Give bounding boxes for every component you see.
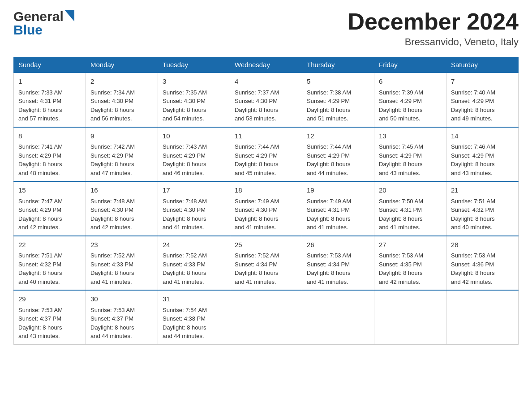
day-number: 28 xyxy=(451,240,514,250)
day-cell: 20Sunrise: 7:50 AMSunset: 4:31 PMDayligh… xyxy=(374,181,446,236)
day-number: 12 xyxy=(307,131,369,141)
week-row-1: 1Sunrise: 7:33 AMSunset: 4:31 PMDaylight… xyxy=(14,73,519,127)
day-number: 24 xyxy=(163,240,225,250)
day-cell: 13Sunrise: 7:45 AMSunset: 4:29 PMDayligh… xyxy=(374,127,446,182)
day-cell: 8Sunrise: 7:41 AMSunset: 4:29 PMDaylight… xyxy=(14,127,86,182)
day-number: 29 xyxy=(18,294,81,304)
day-cell xyxy=(302,290,374,344)
day-number: 15 xyxy=(18,185,81,196)
day-number: 20 xyxy=(379,185,442,196)
day-header-monday: Monday xyxy=(86,57,158,73)
day-cell: 25Sunrise: 7:52 AMSunset: 4:34 PMDayligh… xyxy=(230,236,302,291)
day-cell xyxy=(230,290,302,344)
svg-marker-0 xyxy=(64,10,74,21)
logo-arrow-icon xyxy=(64,10,74,23)
week-row-3: 15Sunrise: 7:47 AMSunset: 4:29 PMDayligh… xyxy=(14,181,519,236)
day-cell: 19Sunrise: 7:49 AMSunset: 4:31 PMDayligh… xyxy=(302,181,374,236)
day-cell: 24Sunrise: 7:52 AMSunset: 4:33 PMDayligh… xyxy=(158,236,230,291)
day-cell: 16Sunrise: 7:48 AMSunset: 4:30 PMDayligh… xyxy=(86,181,158,236)
header-row: SundayMondayTuesdayWednesdayThursdayFrid… xyxy=(14,57,519,73)
day-number: 11 xyxy=(235,131,297,141)
day-header-saturday: Saturday xyxy=(446,57,519,73)
day-header-wednesday: Wednesday xyxy=(230,57,302,73)
day-number: 14 xyxy=(451,131,514,141)
day-cell: 29Sunrise: 7:53 AMSunset: 4:37 PMDayligh… xyxy=(14,290,86,344)
day-number: 26 xyxy=(307,240,369,250)
day-cell: 6Sunrise: 7:39 AMSunset: 4:29 PMDaylight… xyxy=(374,73,446,127)
day-cell: 5Sunrise: 7:38 AMSunset: 4:29 PMDaylight… xyxy=(302,73,374,127)
day-cell: 21Sunrise: 7:51 AMSunset: 4:32 PMDayligh… xyxy=(446,181,519,236)
day-number: 6 xyxy=(379,77,442,87)
location-title: Bressanvido, Veneto, Italy xyxy=(348,36,519,48)
page-header: General Blue December 2024 Bressanvido, … xyxy=(13,9,519,48)
day-cell: 15Sunrise: 7:47 AMSunset: 4:29 PMDayligh… xyxy=(14,181,86,236)
day-header-thursday: Thursday xyxy=(302,57,374,73)
day-number: 22 xyxy=(18,240,81,250)
day-cell: 4Sunrise: 7:37 AMSunset: 4:30 PMDaylight… xyxy=(230,73,302,127)
logo-blue-text: Blue xyxy=(13,22,43,38)
day-number: 9 xyxy=(90,131,153,141)
title-block: December 2024 Bressanvido, Veneto, Italy xyxy=(348,9,519,48)
day-number: 7 xyxy=(451,77,514,87)
day-number: 25 xyxy=(235,240,297,250)
day-number: 16 xyxy=(90,185,153,196)
calendar-table: SundayMondayTuesdayWednesdayThursdayFrid… xyxy=(13,57,519,345)
month-title: December 2024 xyxy=(348,9,519,34)
day-cell: 14Sunrise: 7:46 AMSunset: 4:29 PMDayligh… xyxy=(446,127,519,182)
day-number: 1 xyxy=(18,77,81,87)
day-number: 19 xyxy=(307,185,369,196)
day-cell: 22Sunrise: 7:51 AMSunset: 4:32 PMDayligh… xyxy=(14,236,86,291)
day-number: 17 xyxy=(163,185,225,196)
day-cell xyxy=(374,290,446,344)
day-number: 4 xyxy=(235,77,297,87)
day-cell: 30Sunrise: 7:53 AMSunset: 4:37 PMDayligh… xyxy=(86,290,158,344)
day-header-friday: Friday xyxy=(374,57,446,73)
day-number: 21 xyxy=(451,185,514,196)
day-number: 18 xyxy=(235,185,297,196)
day-number: 2 xyxy=(90,77,153,87)
day-cell: 7Sunrise: 7:40 AMSunset: 4:29 PMDaylight… xyxy=(446,73,519,127)
day-cell: 31Sunrise: 7:54 AMSunset: 4:38 PMDayligh… xyxy=(158,290,230,344)
week-row-5: 29Sunrise: 7:53 AMSunset: 4:37 PMDayligh… xyxy=(14,290,519,344)
logo: General Blue xyxy=(13,9,75,38)
day-number: 30 xyxy=(90,294,153,304)
day-cell: 9Sunrise: 7:42 AMSunset: 4:29 PMDaylight… xyxy=(86,127,158,182)
day-cell: 3Sunrise: 7:35 AMSunset: 4:30 PMDaylight… xyxy=(158,73,230,127)
day-number: 5 xyxy=(307,77,369,87)
day-number: 3 xyxy=(163,77,225,87)
day-header-sunday: Sunday xyxy=(14,57,86,73)
day-header-tuesday: Tuesday xyxy=(158,57,230,73)
day-cell xyxy=(446,290,519,344)
day-cell: 28Sunrise: 7:53 AMSunset: 4:36 PMDayligh… xyxy=(446,236,519,291)
day-cell: 2Sunrise: 7:34 AMSunset: 4:30 PMDaylight… xyxy=(86,73,158,127)
day-cell: 26Sunrise: 7:53 AMSunset: 4:34 PMDayligh… xyxy=(302,236,374,291)
day-number: 27 xyxy=(379,240,442,250)
day-cell: 1Sunrise: 7:33 AMSunset: 4:31 PMDaylight… xyxy=(14,73,86,127)
logo-general-text: General xyxy=(13,9,64,24)
day-number: 13 xyxy=(379,131,442,141)
week-row-4: 22Sunrise: 7:51 AMSunset: 4:32 PMDayligh… xyxy=(14,236,519,291)
day-number: 23 xyxy=(90,240,153,250)
day-number: 31 xyxy=(163,294,225,304)
day-cell: 10Sunrise: 7:43 AMSunset: 4:29 PMDayligh… xyxy=(158,127,230,182)
week-row-2: 8Sunrise: 7:41 AMSunset: 4:29 PMDaylight… xyxy=(14,127,519,182)
day-cell: 17Sunrise: 7:48 AMSunset: 4:30 PMDayligh… xyxy=(158,181,230,236)
day-number: 8 xyxy=(18,131,81,141)
day-number: 10 xyxy=(163,131,225,141)
day-cell: 18Sunrise: 7:49 AMSunset: 4:30 PMDayligh… xyxy=(230,181,302,236)
day-cell: 11Sunrise: 7:44 AMSunset: 4:29 PMDayligh… xyxy=(230,127,302,182)
day-cell: 23Sunrise: 7:52 AMSunset: 4:33 PMDayligh… xyxy=(86,236,158,291)
day-cell: 12Sunrise: 7:44 AMSunset: 4:29 PMDayligh… xyxy=(302,127,374,182)
day-cell: 27Sunrise: 7:53 AMSunset: 4:35 PMDayligh… xyxy=(374,236,446,291)
